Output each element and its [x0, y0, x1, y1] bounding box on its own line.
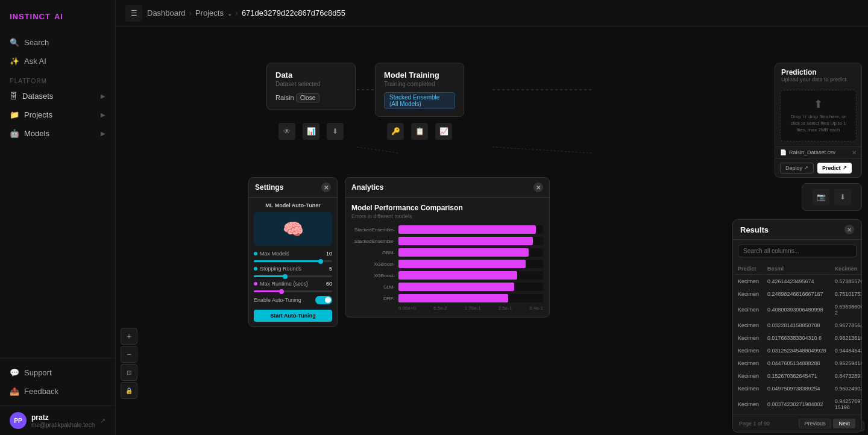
bar-row-2: GBM- [351, 248, 543, 257]
analytics-panel: Analytics ✕ Model Performance Comparison… [345, 177, 550, 318]
user-name: pratz [31, 413, 95, 422]
support-label: Support [24, 368, 52, 377]
user-section[interactable]: PP pratz me@pratikpakhale.tech ↗ [0, 405, 115, 435]
file-row: 📄 Raisin_Dataset.csv ✕ [775, 146, 861, 158]
main-area: ☰ Dashboard › Projects ⌄ › 671de3279d22c… [116, 0, 868, 435]
next-button[interactable]: Next [833, 419, 855, 428]
cell-predict: Kecimen [734, 289, 763, 300]
data-view-button[interactable]: 👁 [278, 123, 295, 140]
zoom-controls: + − ⊡ 🔒 [121, 328, 137, 399]
breadcrumb: Dashboard › Projects ⌄ › 671de3279d22c86… [147, 8, 345, 17]
sidebar-item-datasets[interactable]: 🗄 Datasets ▶ [0, 87, 115, 105]
x-label-2: 1.70e-1 [465, 305, 481, 311]
lock-button[interactable]: 🔒 [121, 382, 137, 399]
pred-download-button[interactable]: ⬇ [834, 189, 851, 205]
cell-besml: 0.031252345488049928 [764, 345, 830, 357]
max-runtime-slider[interactable] [254, 290, 332, 292]
table-row: Kecimen 0.00374230271984802 0.9425769722… [734, 396, 862, 413]
avatar: PP [10, 412, 27, 429]
bar-label-1: StackedEnsemble- [351, 239, 395, 244]
analytics-panel-header: Analytics ✕ [345, 178, 549, 198]
table-row: Kecimen 0.24898246616667167 0.7510175338… [734, 289, 862, 300]
cell-kecimen: 0.950249026190744 [831, 383, 862, 395]
auto-tuning-toggle[interactable] [315, 296, 332, 304]
user-chevron: ↗ [100, 417, 105, 425]
table-row: Kecimen 0.017663383304310 6 0.9821361689… [734, 333, 862, 344]
cell-kecimen: 0.982136168965845 [831, 333, 862, 344]
feedback-item[interactable]: 📤 Feedback [0, 382, 115, 401]
results-thead: Predict Besml Kecimen [734, 263, 862, 275]
cell-predict: Kecimen [734, 301, 763, 319]
results-close-button[interactable]: ✕ [844, 225, 854, 234]
stacked-ensemble-badge[interactable]: Stacked Ensemble (All Models) [384, 92, 455, 109]
search-icon: 🔍 [10, 38, 19, 47]
prediction-title: Prediction [781, 68, 855, 77]
platform-label: Platform [0, 70, 115, 87]
prediction-subtitle: Upload your data to predict. [781, 77, 855, 83]
col-predict[interactable]: Predict [734, 263, 763, 275]
zoom-in-button[interactable]: + [121, 328, 137, 345]
sidebar-item-models[interactable]: 🤖 Models ▶ [0, 124, 115, 143]
feedback-icon: 📤 [10, 387, 19, 396]
analytics-title: Analytics [351, 183, 383, 192]
max-models-val: 10 [326, 251, 332, 257]
data-node-badge[interactable]: Close [296, 93, 320, 102]
col-kecimen[interactable]: Kecimen [831, 263, 862, 275]
sidebar-item-projects[interactable]: 📁 Projects ▶ [0, 105, 115, 124]
model-analytics-button[interactable]: 📈 [435, 123, 452, 140]
deploy-button[interactable]: Deploy ↗ [780, 163, 814, 174]
support-item[interactable]: 💬 Support [0, 363, 115, 382]
upload-area[interactable]: ⬆ Drop 'n' drop files here, or click to … [780, 90, 857, 142]
file-close-icon[interactable]: ✕ [852, 149, 857, 156]
cell-kecimen: 0.942576972280 15196 [831, 396, 862, 413]
x-label-0: 0.00e+0 [398, 305, 416, 311]
chart-x-axis: 0.00e+0 6.5e-2 1.70e-1 2.5e-1 3.4e-1 [351, 305, 543, 311]
settings-panel: Settings ✕ ML Model Auto-Tuner 🧠 Max Mod… [248, 177, 338, 327]
askai-item[interactable]: ✨ Ask AI [0, 52, 115, 70]
breadcrumb-dashboard[interactable]: Dashboard [147, 8, 186, 17]
data-node-icons: 👁 📊 ⬇ [266, 123, 356, 140]
zoom-fit-button[interactable]: ⊡ [121, 364, 137, 381]
model-key-button[interactable]: 🔑 [387, 123, 404, 140]
predict-button[interactable]: Predict ↗ [817, 163, 852, 174]
autotuner-label: ML Model Auto-Tuner [254, 202, 332, 208]
analytics-close-button[interactable]: ✕ [533, 183, 543, 192]
stopping-rounds-label: Stopping Rounds [254, 266, 301, 272]
breadcrumb-projects[interactable]: Projects ⌄ [195, 8, 232, 17]
bar-label-0: StackedEnsemble- [351, 227, 395, 233]
max-models-slider[interactable] [254, 260, 332, 262]
results-tbody: Kecimen 0.42614423495674 0.5738557650443… [734, 276, 862, 413]
upload-text: Drop 'n' drop files here, or click to se… [785, 113, 851, 134]
prev-button[interactable]: Previous [799, 419, 831, 428]
user-info: pratz me@pratikpakhale.tech [31, 413, 95, 428]
table-row: Kecimen 0.42614423495674 0.5738557650443… [734, 276, 862, 287]
cell-besml: 0.24898246616667167 [764, 289, 830, 300]
results-search-input[interactable] [738, 245, 857, 257]
cell-predict: Kecimen [734, 383, 763, 395]
cell-besml: 0.00374230271984802 [764, 396, 830, 413]
projects-label: Projects [24, 110, 52, 119]
slider2-dot [254, 267, 257, 271]
pred-camera-button[interactable]: 📷 [813, 189, 829, 205]
stopping-rounds-slider[interactable] [254, 275, 332, 277]
data-chart-button[interactable]: 📊 [303, 123, 319, 140]
table-row: Kecimen 0.0497509738389254 0.95024902619… [734, 383, 862, 395]
search-item[interactable]: 🔍 Search [0, 33, 115, 52]
x-label-4: 3.4e-1 [529, 305, 543, 311]
sidebar-toggle-button[interactable]: ☰ [125, 5, 142, 22]
zoom-out-button[interactable]: − [121, 346, 137, 363]
prediction-node: Prediction Upload your data to predict. … [775, 63, 862, 178]
x-label-1: 6.5e-2 [433, 305, 447, 311]
start-autotuning-button[interactable]: Start Auto-Tuning [254, 310, 332, 322]
user-email: me@pratikpakhale.tech [31, 422, 95, 428]
stopping-rounds-val: 5 [329, 266, 332, 272]
model-table-button[interactable]: 📋 [411, 123, 428, 140]
cell-besml: 0.0497509738389254 [764, 383, 830, 395]
col-besml[interactable]: Besml [764, 263, 830, 275]
data-download-button[interactable]: ⬇ [327, 123, 344, 140]
settings-close-button[interactable]: ✕ [321, 183, 331, 192]
projects-icon: 📁 [10, 110, 19, 119]
cell-kecimen: 0.847328937034529 [831, 371, 862, 382]
breadcrumb-sep-2: › [236, 8, 238, 17]
models-chevron: ▶ [101, 130, 105, 137]
